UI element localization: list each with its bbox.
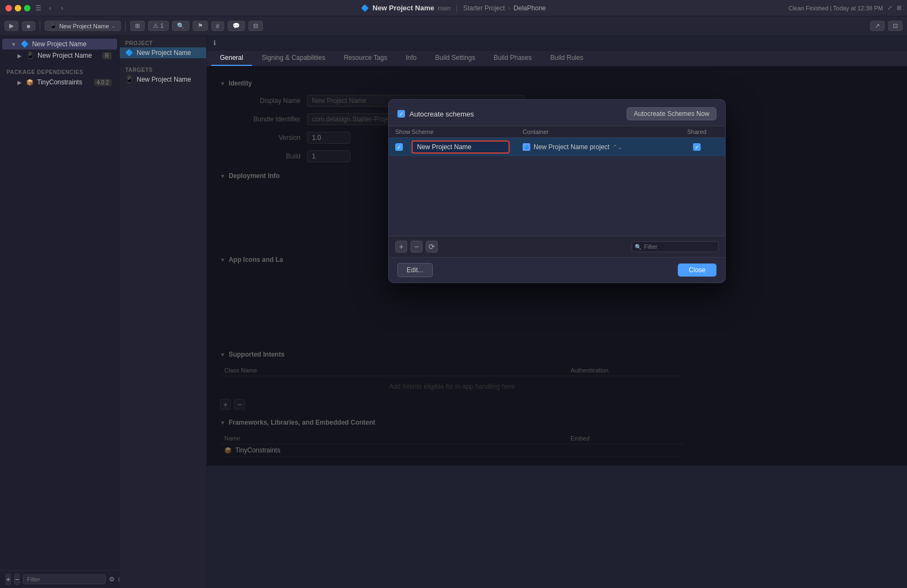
modal-table-body: ✓ 🔷 New Project Name project ⌃⌄	[389, 138, 725, 236]
tab-signing[interactable]: Signing & Capabilities	[253, 51, 334, 66]
panel-right-button[interactable]: ⊡	[888, 21, 903, 31]
breadcrumb-starter: Starter Project	[463, 4, 505, 12]
file-target-icon: 📱	[125, 76, 133, 83]
scheme-name-input[interactable]	[412, 140, 510, 154]
modal-filter-input[interactable]	[632, 241, 719, 252]
modal-table-row[interactable]: ✓ 🔷 New Project Name project ⌃⌄	[389, 138, 725, 157]
maximize-window-button[interactable]	[24, 5, 30, 11]
sidebar: ▼ 🔷 New Project Name ▶ 📱 New Project Nam…	[0, 36, 120, 588]
scheme-input-cell	[412, 140, 523, 154]
container-name: New Project Name project	[534, 143, 609, 151]
window-controls[interactable]	[5, 5, 30, 11]
shared-cell: ✓	[675, 143, 719, 151]
sidebar-filter-input[interactable]	[23, 574, 106, 584]
file-project-icon: 🔷	[125, 49, 133, 57]
sidebar-add-button[interactable]: +	[5, 574, 11, 585]
file-item-project[interactable]: 🔷 New Project Name	[120, 47, 206, 58]
target-badge: R	[102, 52, 112, 59]
clean-status: Clean Finished | Today at 12:38 PM	[788, 5, 883, 11]
minimize-window-button[interactable]	[15, 5, 21, 11]
file-panel: PROJECT 🔷 New Project Name TARGETS 📱 New…	[120, 36, 207, 588]
split-icon[interactable]: ⊞	[897, 4, 902, 11]
project-title: New Project Name	[372, 4, 434, 12]
grid-view-button[interactable]: ⊞	[130, 21, 145, 31]
info-icon: ℹ	[213, 39, 216, 47]
tab-build-phases[interactable]: Build Phases	[485, 51, 541, 66]
tab-build-rules[interactable]: Build Rules	[542, 51, 592, 66]
sidebar-section-project: ▼ 🔷 New Project Name ▶ 📱 New Project Nam…	[0, 36, 119, 64]
modal-table-header: Show Scheme Container Shared	[389, 126, 725, 138]
row-show-check[interactable]: ✓	[395, 143, 412, 151]
run-button[interactable]: ▶	[4, 21, 19, 31]
file-targets-label: TARGETS	[120, 63, 206, 74]
target-icon: 📱	[26, 52, 34, 59]
modal-header: ✓ Autocreate schemes Autocreate Schemes …	[389, 100, 725, 126]
sidebar-item-project[interactable]: ▼ 🔷 New Project Name	[2, 39, 117, 50]
title-bar: ☰ ‹ › 🔷 New Project Name main | Starter …	[0, 0, 907, 16]
file-item-target[interactable]: 📱 New Project Name	[120, 74, 206, 85]
toolbar: ▶ ■ 📱 New Project Name ⌄ ⊞ ⚠ 1 🔍 ⚑ # 💬 ⊟…	[0, 16, 907, 36]
tab-info[interactable]: Info	[397, 51, 425, 66]
scheme-arrow: ⌄	[111, 22, 116, 29]
share-button[interactable]: ↗	[870, 21, 885, 31]
search-button[interactable]: 🔍	[172, 21, 189, 31]
shared-col-header: Shared	[675, 128, 719, 135]
container-chevron[interactable]: ⌃⌄	[612, 144, 622, 151]
content-area: PROJECT 🔷 New Project Name TARGETS 📱 New…	[120, 36, 907, 588]
pkg-icon: 📦	[26, 79, 34, 86]
edit-button[interactable]: Edit...	[397, 263, 433, 277]
filter-icon: 🔍	[635, 244, 641, 250]
expand-arrow-project: ▼	[11, 41, 16, 47]
stop-button[interactable]: ■	[22, 21, 35, 31]
modal-add-button[interactable]: +	[395, 241, 407, 253]
grid-button[interactable]: ⊟	[248, 21, 263, 31]
bookmark-button[interactable]: ⚑	[193, 21, 208, 31]
expand-icon[interactable]: ⤢	[887, 4, 892, 11]
modal-action-footer: Edit... Close	[389, 257, 725, 283]
sidebar-icon1[interactable]: ⚙	[109, 575, 115, 583]
forward-button[interactable]: ›	[58, 4, 66, 13]
autocreate-now-button[interactable]: Autocreate Schemes Now	[627, 107, 716, 120]
project-subtitle: main	[438, 5, 451, 11]
modal-title: Autocreate schemes	[409, 110, 474, 118]
modal-refresh-button[interactable]: ⟳	[426, 241, 438, 253]
toolbar-sep1	[40, 21, 40, 32]
tab-build-settings[interactable]: Build Settings	[426, 51, 483, 66]
modal-remove-button[interactable]: −	[410, 241, 422, 253]
sidebar-pkg-label: TinyConstraints	[37, 78, 91, 86]
tag-button[interactable]: #	[211, 21, 224, 31]
expand-arrow-target: ▶	[17, 53, 22, 59]
show-col-header: Show	[395, 128, 412, 135]
close-window-button[interactable]	[5, 5, 12, 11]
file-project-name: New Project Name	[137, 49, 191, 57]
row-show-checkbox[interactable]: ✓	[395, 143, 403, 151]
tab-general[interactable]: General	[211, 51, 252, 66]
pkg-section-label: PACKAGE DEPENDENCIES	[0, 66, 119, 76]
main-layout: ▼ 🔷 New Project Name ▶ 📱 New Project Nam…	[0, 36, 907, 588]
project-icon: 🔷	[21, 40, 29, 48]
sidebar-item-target[interactable]: ▶ 📱 New Project Name R	[2, 50, 117, 61]
tab-resource-tags[interactable]: Resource Tags	[335, 51, 396, 66]
sidebar-toggle-icon[interactable]: ☰	[34, 4, 42, 13]
autocreate-schemes-modal: ✓ Autocreate schemes Autocreate Schemes …	[388, 99, 726, 283]
shared-checkbox[interactable]: ✓	[693, 143, 701, 151]
container-cell: 🔷 New Project Name project ⌃⌄	[523, 143, 675, 151]
warning-button[interactable]: ⚠ 1	[148, 21, 168, 31]
stop-icon: ■	[27, 23, 30, 29]
container-icon: 🔷	[523, 143, 530, 151]
sidebar-project-label: New Project Name	[32, 40, 112, 48]
sidebar-item-tinyconstraints[interactable]: ▶ 📦 TinyConstraints 4.0.2	[2, 77, 117, 88]
tab-bar: General Signing & Capabilities Resource …	[207, 51, 907, 66]
toolbar-sep2	[125, 21, 126, 32]
chat-button[interactable]: 💬	[228, 21, 245, 31]
autocreate-checkbox[interactable]: ✓	[397, 110, 405, 118]
file-target-name: New Project Name	[137, 76, 191, 83]
sidebar-remove-button[interactable]: −	[14, 574, 20, 585]
scheme-selector[interactable]: 📱 New Project Name ⌄	[45, 21, 121, 31]
sidebar-bottom: + − ⚙ ⊞	[0, 570, 119, 588]
modal-filter-wrap: 🔍	[632, 241, 719, 252]
modal-checkbox-row: ✓ Autocreate schemes	[397, 110, 621, 118]
close-button[interactable]: Close	[678, 264, 716, 277]
back-button[interactable]: ‹	[46, 4, 54, 13]
title-bar-center: 🔷 New Project Name main | Starter Projec…	[361, 4, 546, 12]
